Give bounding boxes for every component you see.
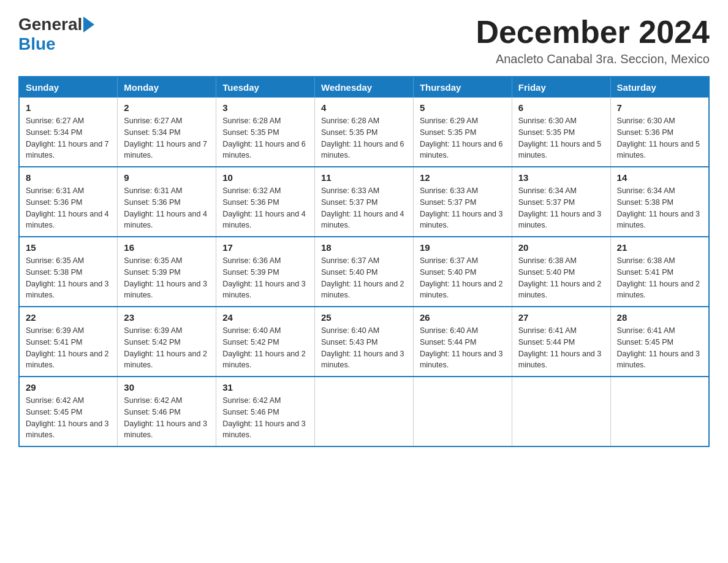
calendar-cell: 28Sunrise: 6:41 AMSunset: 5:45 PMDayligh…: [610, 307, 709, 377]
calendar-cell: 30Sunrise: 6:42 AMSunset: 5:46 PMDayligh…: [118, 377, 216, 446]
calendar-cell: 15Sunrise: 6:35 AMSunset: 5:38 PMDayligh…: [19, 237, 118, 307]
day-number: 2: [124, 102, 210, 113]
day-number: 6: [518, 102, 604, 113]
day-number: 21: [617, 242, 702, 253]
calendar-cell: 8Sunrise: 6:31 AMSunset: 5:36 PMDaylight…: [19, 167, 118, 237]
day-header-tuesday: Tuesday: [216, 77, 315, 98]
day-info: Sunrise: 6:35 AMSunset: 5:38 PMDaylight:…: [26, 255, 111, 301]
day-number: 8: [26, 172, 111, 183]
day-number: 28: [617, 312, 702, 323]
day-number: 3: [222, 102, 308, 113]
calendar-week-row: 8Sunrise: 6:31 AMSunset: 5:36 PMDaylight…: [19, 167, 709, 237]
calendar-cell: 13Sunrise: 6:34 AMSunset: 5:37 PMDayligh…: [512, 167, 610, 237]
calendar-cell: 18Sunrise: 6:37 AMSunset: 5:40 PMDayligh…: [315, 237, 414, 307]
day-number: 30: [124, 382, 210, 393]
day-number: 20: [518, 242, 604, 253]
day-header-wednesday: Wednesday: [315, 77, 414, 98]
day-info: Sunrise: 6:37 AMSunset: 5:40 PMDaylight:…: [321, 255, 407, 301]
calendar-cell: 6Sunrise: 6:30 AMSunset: 5:35 PMDaylight…: [512, 98, 610, 167]
calendar-header-row: SundayMondayTuesdayWednesdayThursdayFrid…: [19, 77, 709, 98]
day-number: 25: [321, 312, 407, 323]
calendar-cell: 4Sunrise: 6:28 AMSunset: 5:35 PMDaylight…: [315, 98, 414, 167]
day-info: Sunrise: 6:32 AMSunset: 5:36 PMDaylight:…: [222, 185, 308, 231]
day-header-friday: Friday: [512, 77, 610, 98]
calendar-cell: 23Sunrise: 6:39 AMSunset: 5:42 PMDayligh…: [118, 307, 216, 377]
calendar-cell: 26Sunrise: 6:40 AMSunset: 5:44 PMDayligh…: [413, 307, 512, 377]
day-info: Sunrise: 6:40 AMSunset: 5:44 PMDaylight:…: [420, 325, 506, 371]
day-number: 9: [124, 172, 210, 183]
day-info: Sunrise: 6:40 AMSunset: 5:42 PMDaylight:…: [222, 325, 308, 371]
calendar-cell: [413, 377, 512, 446]
calendar-cell: 12Sunrise: 6:33 AMSunset: 5:37 PMDayligh…: [413, 167, 512, 237]
day-info: Sunrise: 6:30 AMSunset: 5:36 PMDaylight:…: [617, 115, 702, 161]
calendar-cell: 31Sunrise: 6:42 AMSunset: 5:46 PMDayligh…: [216, 377, 315, 446]
day-number: 26: [420, 312, 506, 323]
day-header-saturday: Saturday: [610, 77, 709, 98]
day-info: Sunrise: 6:29 AMSunset: 5:35 PMDaylight:…: [420, 115, 506, 161]
calendar-cell: 20Sunrise: 6:38 AMSunset: 5:40 PMDayligh…: [512, 237, 610, 307]
calendar-week-row: 29Sunrise: 6:42 AMSunset: 5:45 PMDayligh…: [19, 377, 709, 446]
subtitle: Anacleto Canabal 3ra. Seccion, Mexico: [476, 52, 710, 66]
main-title: December 2024: [476, 15, 710, 50]
calendar-cell: 27Sunrise: 6:41 AMSunset: 5:44 PMDayligh…: [512, 307, 610, 377]
day-info: Sunrise: 6:30 AMSunset: 5:35 PMDaylight:…: [518, 115, 604, 161]
day-number: 5: [420, 102, 506, 113]
calendar-cell: [512, 377, 610, 446]
day-number: 19: [420, 242, 506, 253]
day-number: 23: [124, 312, 210, 323]
day-header-thursday: Thursday: [413, 77, 512, 98]
calendar-cell: 3Sunrise: 6:28 AMSunset: 5:35 PMDaylight…: [216, 98, 315, 167]
day-number: 16: [124, 242, 210, 253]
calendar-cell: 11Sunrise: 6:33 AMSunset: 5:37 PMDayligh…: [315, 167, 414, 237]
calendar-cell: 17Sunrise: 6:36 AMSunset: 5:39 PMDayligh…: [216, 237, 315, 307]
day-info: Sunrise: 6:31 AMSunset: 5:36 PMDaylight:…: [124, 185, 210, 231]
day-info: Sunrise: 6:27 AMSunset: 5:34 PMDaylight:…: [124, 115, 210, 161]
day-info: Sunrise: 6:27 AMSunset: 5:34 PMDaylight:…: [26, 115, 111, 161]
day-number: 14: [617, 172, 702, 183]
calendar-cell: 7Sunrise: 6:30 AMSunset: 5:36 PMDaylight…: [610, 98, 709, 167]
day-number: 4: [321, 102, 407, 113]
day-info: Sunrise: 6:34 AMSunset: 5:38 PMDaylight:…: [617, 185, 702, 231]
calendar-cell: 1Sunrise: 6:27 AMSunset: 5:34 PMDaylight…: [19, 98, 118, 167]
logo: General Blue: [18, 15, 94, 54]
logo-blue: Blue: [18, 34, 56, 54]
calendar-cell: 25Sunrise: 6:40 AMSunset: 5:43 PMDayligh…: [315, 307, 414, 377]
day-info: Sunrise: 6:28 AMSunset: 5:35 PMDaylight:…: [222, 115, 308, 161]
day-info: Sunrise: 6:36 AMSunset: 5:39 PMDaylight:…: [222, 255, 308, 301]
title-section: December 2024 Anacleto Canabal 3ra. Secc…: [476, 15, 710, 66]
calendar-cell: 16Sunrise: 6:35 AMSunset: 5:39 PMDayligh…: [118, 237, 216, 307]
day-number: 31: [222, 382, 308, 393]
day-info: Sunrise: 6:28 AMSunset: 5:35 PMDaylight:…: [321, 115, 407, 161]
day-info: Sunrise: 6:34 AMSunset: 5:37 PMDaylight:…: [518, 185, 604, 231]
day-number: 17: [222, 242, 308, 253]
day-info: Sunrise: 6:37 AMSunset: 5:40 PMDaylight:…: [420, 255, 506, 301]
day-info: Sunrise: 6:42 AMSunset: 5:46 PMDaylight:…: [124, 395, 210, 441]
day-info: Sunrise: 6:40 AMSunset: 5:43 PMDaylight:…: [321, 325, 407, 371]
day-info: Sunrise: 6:33 AMSunset: 5:37 PMDaylight:…: [420, 185, 506, 231]
day-number: 24: [222, 312, 308, 323]
day-number: 13: [518, 172, 604, 183]
calendar-cell: 9Sunrise: 6:31 AMSunset: 5:36 PMDaylight…: [118, 167, 216, 237]
calendar-cell: 22Sunrise: 6:39 AMSunset: 5:41 PMDayligh…: [19, 307, 118, 377]
day-number: 12: [420, 172, 506, 183]
calendar-week-row: 22Sunrise: 6:39 AMSunset: 5:41 PMDayligh…: [19, 307, 709, 377]
calendar-cell: [315, 377, 414, 446]
day-number: 15: [26, 242, 111, 253]
logo-general: General: [18, 15, 82, 34]
day-number: 27: [518, 312, 604, 323]
day-number: 7: [617, 102, 702, 113]
day-header-monday: Monday: [118, 77, 216, 98]
calendar-cell: [610, 377, 709, 446]
day-info: Sunrise: 6:39 AMSunset: 5:42 PMDaylight:…: [124, 325, 210, 371]
logo-arrow-icon: [83, 17, 94, 33]
day-number: 29: [26, 382, 111, 393]
day-info: Sunrise: 6:35 AMSunset: 5:39 PMDaylight:…: [124, 255, 210, 301]
calendar-week-row: 15Sunrise: 6:35 AMSunset: 5:38 PMDayligh…: [19, 237, 709, 307]
day-header-sunday: Sunday: [19, 77, 118, 98]
day-info: Sunrise: 6:41 AMSunset: 5:45 PMDaylight:…: [617, 325, 702, 371]
day-info: Sunrise: 6:39 AMSunset: 5:41 PMDaylight:…: [26, 325, 111, 371]
day-info: Sunrise: 6:38 AMSunset: 5:41 PMDaylight:…: [617, 255, 702, 301]
calendar-cell: 10Sunrise: 6:32 AMSunset: 5:36 PMDayligh…: [216, 167, 315, 237]
page-header: General Blue December 2024 Anacleto Cana…: [18, 15, 710, 66]
day-info: Sunrise: 6:33 AMSunset: 5:37 PMDaylight:…: [321, 185, 407, 231]
